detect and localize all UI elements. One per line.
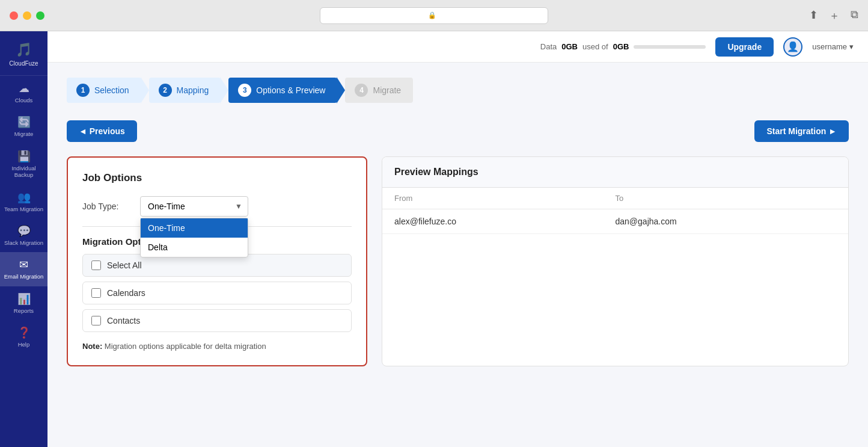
dropdown-menu: One-Time Delta [140,218,248,257]
step-1[interactable]: 1 Selection [67,77,149,103]
step-label-mapping: Mapping [177,85,209,95]
calendars-label: Calendars [107,288,145,298]
step-number-1: 1 [76,84,90,97]
sidebar: 🎵 CloudFuze ☁ Clouds 🔄 Migrate 💾 Individ… [0,31,47,447]
sidebar-item-reports[interactable]: 📊 Reports [0,286,47,320]
dropdown-item-one-time[interactable]: One-Time [141,218,248,238]
used-label: used of [582,42,608,51]
contacts-checkbox[interactable] [91,316,101,325]
sidebar-brand: 🎵 CloudFuze [0,31,47,76]
sidebar-item-clouds[interactable]: ☁ Clouds [0,76,47,109]
note-text: Note: Migration options applicable for d… [82,342,352,351]
email-icon: ✉ [19,258,28,271]
window-chrome: 🔒 ⬆ ＋ ⧉ [0,0,868,31]
step-4[interactable]: 4 Migrate [345,78,413,103]
sidebar-item-team-migration[interactable]: 👥 Team Migration [0,185,47,218]
sidebar-item-individual-backup[interactable]: 💾 Individual Backup [0,144,47,185]
preview-header: Preview Mappings [382,157,848,188]
contacts-row: Contacts [82,309,352,332]
step-number-3: 3 [238,84,251,97]
data-usage: Data 0GB used of 0GB [540,42,706,51]
step-arrow-1 [141,77,149,103]
sidebar-item-email-migration[interactable]: ✉ Email Migration [0,252,47,286]
share-icon[interactable]: ⬆ [809,8,818,23]
sidebar-item-slack-label: Slack Migration [4,239,43,246]
preview-to-cell: dan@gajha.com [616,217,837,226]
step-3[interactable]: 3 Options & Preview [228,77,345,103]
preview-row: alex@filefuze.co dan@gajha.com [382,209,848,234]
previous-button[interactable]: ◄ Previous [67,120,137,142]
windows-icon[interactable]: ⧉ [851,8,858,23]
sidebar-item-email-label: Email Migration [4,273,43,280]
step-2[interactable]: 2 Mapping [149,77,229,103]
new-tab-icon[interactable]: ＋ [829,8,840,23]
step-label-options: Options & Preview [256,85,325,95]
panels-row: Job Options Job Type: One-Time Delta ▼ [67,156,849,366]
step-arrow-2 [220,77,228,103]
sidebar-item-backup-label: Individual Backup [2,165,45,179]
step-label-selection: Selection [94,85,129,95]
data-used: 0GB [561,42,578,51]
stepper: 1 Selection 2 Mapping 3 [67,77,849,103]
preview-mappings-panel: Preview Mappings From To alex@filefuze.c… [382,156,849,366]
sidebar-item-migrate-label: Migrate [14,131,34,137]
sidebar-item-team-label: Team Migration [4,206,43,212]
sidebar-item-help[interactable]: ❓ Help [0,320,47,354]
user-name: username ▾ [812,42,854,51]
col-to: To [616,194,837,203]
sidebar-item-reports-label: Reports [14,307,34,314]
sidebar-item-migrate[interactable]: 🔄 Migrate [0,109,47,143]
upgrade-button[interactable]: Upgrade [715,37,774,57]
window-actions: ⬆ ＋ ⧉ [809,8,858,23]
traffic-lights [10,11,44,20]
brand-label: CloudFuze [9,60,38,67]
page-content: 1 Selection 2 Mapping 3 [47,63,868,447]
job-type-label: Job Type: [82,202,130,211]
sidebar-item-clouds-label: Clouds [15,97,33,103]
job-type-select-wrapper[interactable]: One-Time Delta ▼ One-Time Delta [140,196,248,217]
step-number-4: 4 [355,84,368,97]
top-bar: Data 0GB used of 0GB Upgrade 👤 username … [47,31,868,63]
slack-icon: 💬 [17,224,31,238]
step-pill-options[interactable]: 3 Options & Preview [228,78,337,103]
backup-icon: 💾 [17,150,31,163]
clouds-icon: ☁ [19,82,29,95]
step-label-migrate: Migrate [373,85,401,95]
step-arrow-3 [337,77,345,103]
preview-title: Preview Mappings [394,167,836,177]
dropdown-item-delta[interactable]: Delta [141,238,248,257]
preview-from-cell: alex@filefuze.co [394,217,616,226]
job-options-title: Job Options [82,172,352,184]
close-button[interactable] [10,11,18,20]
job-options-panel: Job Options Job Type: One-Time Delta ▼ [67,156,367,366]
start-migration-button[interactable]: Start Migration ► [754,120,849,142]
step-number-2: 2 [159,84,172,97]
select-all-checkbox[interactable] [91,260,101,270]
preview-col-headers: From To [382,188,848,209]
brand-icon: 🎵 [16,42,32,58]
minimize-button[interactable] [23,11,31,20]
buttons-row: ◄ Previous Start Migration ► [67,120,849,142]
step-pill-selection[interactable]: 1 Selection [67,78,141,103]
reports-icon: 📊 [17,292,31,306]
job-type-row: Job Type: One-Time Delta ▼ One-Time Delt… [82,196,352,217]
data-total: 0GB [613,42,629,51]
note-prefix: Note: [82,342,102,351]
sidebar-item-help-label: Help [18,341,30,348]
maximize-button[interactable] [36,11,44,20]
calendars-checkbox[interactable] [91,288,101,298]
migrate-icon: 🔄 [17,116,31,129]
team-icon: 👥 [17,191,31,204]
step-pill-mapping[interactable]: 2 Mapping [149,78,221,103]
lock-icon: 🔒 [428,11,436,19]
note-content: Migration options applicable for delta m… [105,342,266,351]
data-label: Data [540,42,557,51]
address-bar[interactable]: 🔒 [320,7,548,24]
calendars-row: Calendars [82,282,352,304]
avatar: 👤 [783,37,802,57]
select-all-label: Select All [107,260,142,270]
job-type-select[interactable]: One-Time Delta [140,196,248,217]
sidebar-item-slack-migration[interactable]: 💬 Slack Migration [0,218,47,252]
step-pill-migrate[interactable]: 4 Migrate [345,78,413,103]
data-usage-bar [634,45,706,49]
